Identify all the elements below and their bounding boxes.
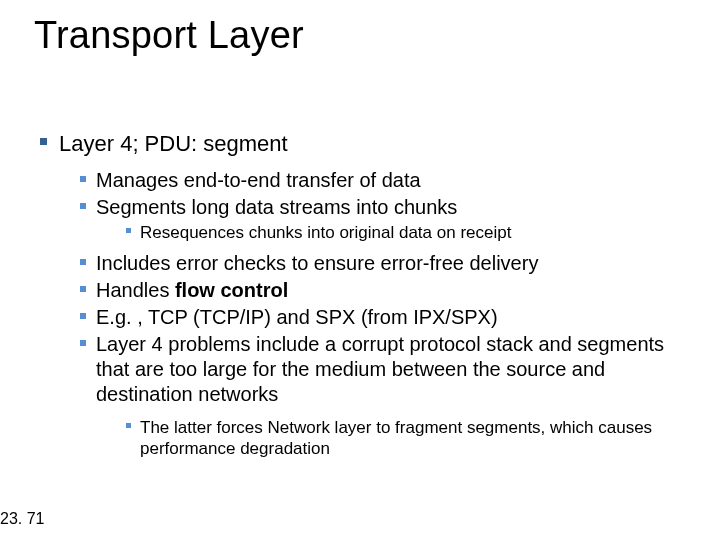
square-bullet-icon [126, 423, 131, 428]
bullet-text: Layer 4 problems include a corrupt proto… [96, 332, 690, 407]
square-bullet-icon [126, 228, 131, 233]
bullet-level2: Segments long data streams into chunks [80, 195, 690, 220]
bullet-text: E.g. , TCP (TCP/IP) and SPX (from IPX/SP… [96, 305, 498, 330]
bullet-level3: The latter forces Network layer to fragm… [126, 417, 690, 460]
bullet-level1: Layer 4; PDU: segment [40, 130, 690, 158]
bullet-text-prefix: Handles [96, 279, 175, 301]
square-bullet-icon [40, 138, 47, 145]
bullet-text: Manages end-to-end transfer of data [96, 168, 421, 193]
bullet-text: Resequences chunks into original data on… [140, 222, 511, 243]
square-bullet-icon [80, 340, 86, 346]
bullet-level3: Resequences chunks into original data on… [126, 222, 690, 243]
bullet-level2: Handles flow control [80, 278, 690, 303]
bullet-level2: Includes error checks to ensure error-fr… [80, 251, 690, 276]
bullet-level2: E.g. , TCP (TCP/IP) and SPX (from IPX/SP… [80, 305, 690, 330]
slide-title: Transport Layer [34, 14, 304, 57]
slide-body: Layer 4; PDU: segment Manages end-to-end… [40, 130, 690, 461]
square-bullet-icon [80, 286, 86, 292]
bullet-text: Layer 4; PDU: segment [59, 130, 288, 158]
slide-number: 23. 71 [0, 510, 44, 528]
bullet-text-bold: flow control [175, 279, 288, 301]
bullet-text: The latter forces Network layer to fragm… [140, 417, 690, 460]
bullet-level2: Layer 4 problems include a corrupt proto… [80, 332, 690, 407]
bullet-text: Handles flow control [96, 278, 288, 303]
slide: Transport Layer Layer 4; PDU: segment Ma… [0, 0, 720, 540]
bullet-text: Segments long data streams into chunks [96, 195, 457, 220]
bullet-level2: Manages end-to-end transfer of data [80, 168, 690, 193]
square-bullet-icon [80, 176, 86, 182]
square-bullet-icon [80, 313, 86, 319]
bullet-text: Includes error checks to ensure error-fr… [96, 251, 538, 276]
square-bullet-icon [80, 259, 86, 265]
square-bullet-icon [80, 203, 86, 209]
